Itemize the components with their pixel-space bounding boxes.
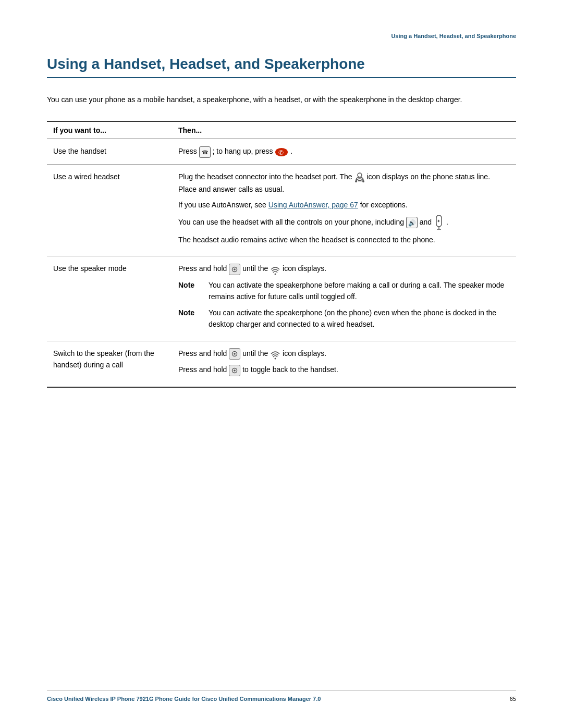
title-divider xyxy=(47,77,516,78)
wifi-phone-icon-2 xyxy=(270,348,280,360)
row-wired-headset-content: Plug the headset connector into the head… xyxy=(172,164,516,256)
row-switch-speaker-label: Switch to the speaker (from the handset)… xyxy=(47,341,172,387)
col-header-right: Then... xyxy=(172,121,516,139)
speaker-button-icon-2 xyxy=(229,348,240,360)
controls-text: You can use the headset with all the con… xyxy=(178,217,406,226)
press-hold-text-1: Press and hold xyxy=(178,264,229,273)
and-text: and xyxy=(420,217,434,226)
row-speaker-mode-label: Use the speaker mode xyxy=(47,256,172,341)
svg-point-5 xyxy=(362,180,364,182)
svg-point-18 xyxy=(234,370,236,372)
svg-point-13 xyxy=(275,273,276,275)
period2: . xyxy=(446,217,448,226)
icon-displays-1: icon displays. xyxy=(283,264,326,273)
speaker-button-icon-1 xyxy=(229,263,240,275)
autoanswer-suffix: for exceptions. xyxy=(358,201,408,209)
row-speaker-mode-content: Press and hold until the xyxy=(172,256,516,341)
until-text-1: until the xyxy=(242,264,270,273)
speaker-button-icon-3 xyxy=(229,364,240,376)
svg-point-4 xyxy=(355,180,357,182)
row-switch-speaker-content: Press and hold until the xyxy=(172,341,516,387)
note-label-2: Note xyxy=(178,307,204,318)
mute-icon: ✦ xyxy=(434,215,444,230)
page-footer: Cisco Unified Wireless IP Phone 7921G Ph… xyxy=(47,690,516,702)
period-text: . xyxy=(290,147,292,155)
note-label-1: Note xyxy=(178,279,204,291)
autoanswer-prefix: If you use AutoAnswer, see xyxy=(178,201,268,209)
svg-text:✦: ✦ xyxy=(437,219,440,224)
plug-text: Plug the headset connector into the head… xyxy=(178,172,354,181)
speaker-line1: Press and hold until the xyxy=(178,263,510,275)
headset-para3: You can use the headset with all the con… xyxy=(178,215,510,230)
svg-text:☎: ☎ xyxy=(202,150,208,155)
svg-point-3 xyxy=(358,173,362,177)
note-content-1: You can activate the speakerphone before… xyxy=(209,279,510,303)
table-row: Use the speaker mode Press and hold unti… xyxy=(47,256,516,341)
section-header-text: Using a Handset, Headset, and Speakerpho… xyxy=(391,33,516,39)
handset-icon: ☎ xyxy=(199,146,211,158)
svg-text:🔊: 🔊 xyxy=(408,219,416,227)
svg-point-16 xyxy=(275,358,276,360)
wifi-phone-icon-1 xyxy=(270,263,280,275)
switch-line1: Press and hold until the xyxy=(178,348,510,360)
headset-para1: Plug the headset connector into the head… xyxy=(178,171,510,195)
svg-text:✆: ✆ xyxy=(278,149,284,156)
end-call-icon: ✆ xyxy=(275,146,288,157)
headset-audio-text: The headset audio remains active when th… xyxy=(178,236,435,244)
intro-paragraph: You can use your phone as a mobile hands… xyxy=(47,94,516,105)
press-hold-text-3: Press and hold xyxy=(178,365,229,374)
page-header: Using a Handset, Headset, and Speakerpho… xyxy=(47,31,516,40)
until-text-2: until the xyxy=(242,349,270,357)
press-hold-text-2: Press and hold xyxy=(178,349,229,357)
content-table: If you want to... Then... Use the handse… xyxy=(47,121,516,388)
footer-left-text: Cisco Unified Wireless IP Phone 7921G Ph… xyxy=(47,696,321,702)
col-header-left: If you want to... xyxy=(47,121,172,139)
table-row: Switch to the speaker (from the handset)… xyxy=(47,341,516,387)
svg-point-15 xyxy=(234,353,236,355)
row-handset-content: Press ☎ ; to hang up, press ✆ xyxy=(172,139,516,164)
press-text: Press xyxy=(178,147,199,155)
footer-page-number: 65 xyxy=(510,696,516,702)
note-content-2: You can activate the speakerphone (on th… xyxy=(209,307,510,330)
note-2: Note You can activate the speakerphone (… xyxy=(178,307,510,330)
toggle-text: to toggle back to the handset. xyxy=(242,365,338,374)
note-1: Note You can activate the speakerphone b… xyxy=(178,279,510,303)
autoanswer-link[interactable]: Using AutoAnswer, page 67 xyxy=(268,201,358,209)
table-row: Use a wired headset Plug the headset con… xyxy=(47,164,516,256)
page-title: Using a Handset, Headset, and Speakerpho… xyxy=(47,55,516,73)
to-hang-up-text: ; to hang up, press xyxy=(213,147,275,155)
icon-displays-2: icon displays. xyxy=(283,349,326,357)
row-wired-headset-label: Use a wired headset xyxy=(47,164,172,256)
headset-para4: The headset audio remains active when th… xyxy=(178,234,510,245)
svg-point-12 xyxy=(234,268,236,270)
volume-icon: 🔊 xyxy=(406,216,418,228)
page-container: Using a Handset, Headset, and Speakerpho… xyxy=(0,0,563,728)
switch-line2: Press and hold to toggle back to the han… xyxy=(178,364,510,376)
table-header-row: If you want to... Then... xyxy=(47,121,516,139)
row-handset-label: Use the handset xyxy=(47,139,172,164)
headset-para2: If you use AutoAnswer, see Using AutoAns… xyxy=(178,199,510,211)
table-row: Use the handset Press ☎ ; to hang up, pr… xyxy=(47,139,516,164)
headset-status-icon xyxy=(354,171,365,183)
